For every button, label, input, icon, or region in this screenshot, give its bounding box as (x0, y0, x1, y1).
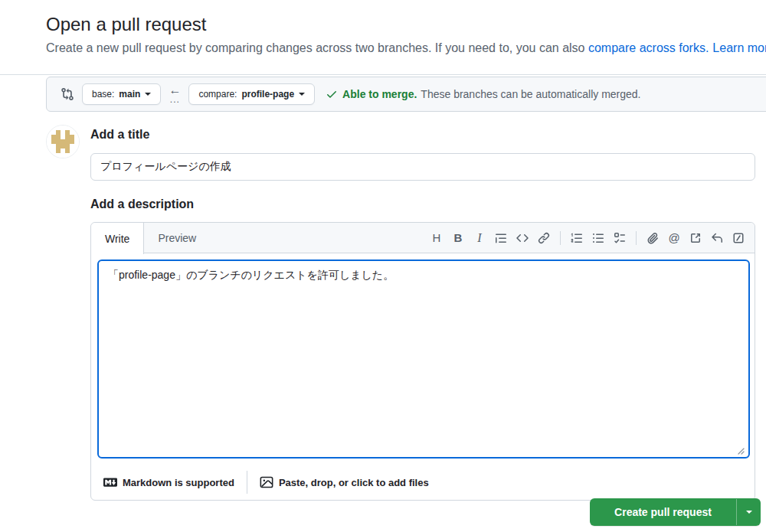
add-title-heading: Add a title (90, 128, 149, 142)
description-textarea[interactable]: 「profile-page」のブランチのリクエストを許可しました。 (97, 259, 750, 459)
toolbar-divider (560, 231, 561, 245)
create-pull-request-button[interactable]: Create pull request (590, 498, 761, 526)
add-files-button[interactable]: Paste, drop, or click to add files (254, 475, 435, 489)
tab-write[interactable]: Write (91, 223, 144, 254)
bullet-list-icon[interactable] (588, 228, 608, 248)
base-branch-name: main (119, 89, 140, 100)
merge-status-text: Able to merge. (342, 88, 417, 100)
mention-icon[interactable]: @ (664, 228, 684, 248)
compare-branch-name: profile-page (241, 89, 294, 100)
italic-icon[interactable]: I (470, 228, 489, 248)
merge-status-detail: These branches can be automatically merg… (421, 88, 640, 100)
attach-file-icon[interactable] (643, 228, 663, 248)
avatar (46, 125, 80, 158)
markdown-supported-button[interactable]: Markdown is supported (97, 475, 241, 489)
compare-branch-selector[interactable]: compare: profile-page (188, 83, 315, 105)
task-list-icon[interactable] (610, 228, 630, 248)
page-subtitle: Create a new pull request by comparing c… (46, 41, 766, 55)
header-divider (0, 74, 766, 75)
diff-direction: ← ... (169, 84, 181, 104)
toolbar-divider (636, 231, 637, 245)
add-files-label: Paste, drop, or click to add files (279, 477, 429, 488)
footer-divider (247, 471, 247, 494)
base-branch-selector[interactable]: base: main (82, 83, 161, 105)
compare-label: compare: (198, 89, 237, 100)
add-description-heading: Add a description (90, 197, 194, 211)
branch-compare-bar: base: main ← ... compare: profile-page A… (46, 77, 766, 112)
image-icon (260, 475, 273, 489)
description-editor: Write Preview H B I (90, 222, 755, 501)
slash-commands-icon[interactable] (728, 228, 748, 248)
page-title: Open a pull request (46, 14, 206, 35)
ellipsis-icon: ... (170, 95, 180, 104)
chevron-down-icon (299, 93, 305, 96)
check-icon (326, 88, 338, 100)
chevron-down-icon (145, 93, 151, 96)
link-icon[interactable] (534, 228, 554, 248)
tab-preview[interactable]: Preview (144, 223, 210, 253)
base-label: base: (92, 89, 114, 100)
chevron-down-icon (746, 511, 752, 514)
quote-icon[interactable] (491, 228, 511, 248)
create-pull-request-label[interactable]: Create pull request (590, 498, 736, 526)
saved-replies-icon[interactable] (707, 228, 727, 248)
open-pull-request-page: Open a pull request Create a new pull re… (0, 0, 766, 532)
git-compare-icon (61, 87, 74, 101)
compare-across-forks-link[interactable]: compare across forks. (588, 41, 709, 54)
bold-icon[interactable]: B (448, 228, 468, 248)
markdown-icon (103, 475, 117, 489)
markdown-supported-label: Markdown is supported (123, 477, 234, 488)
merge-status: Able to merge. These branches can be aut… (326, 88, 640, 100)
numbered-list-icon[interactable] (567, 228, 587, 248)
learn-more-link[interactable]: Learn more about diff comparisons. (712, 41, 766, 54)
heading-icon[interactable]: H (427, 228, 447, 248)
title-input[interactable] (90, 153, 755, 181)
editor-toolbar: H B I (427, 223, 755, 253)
code-icon[interactable] (512, 228, 532, 248)
editor-tab-bar: Write Preview H B I (91, 223, 755, 253)
create-options-dropdown[interactable] (737, 498, 761, 526)
editor-footer: Markdown is supported Paste, drop, or cl… (91, 465, 755, 500)
editor-content: 「profile-page」のブランチのリクエストを許可しました。 (91, 253, 755, 465)
cross-reference-icon[interactable] (686, 228, 705, 248)
subtitle-text: Create a new pull request by comparing c… (46, 41, 588, 54)
